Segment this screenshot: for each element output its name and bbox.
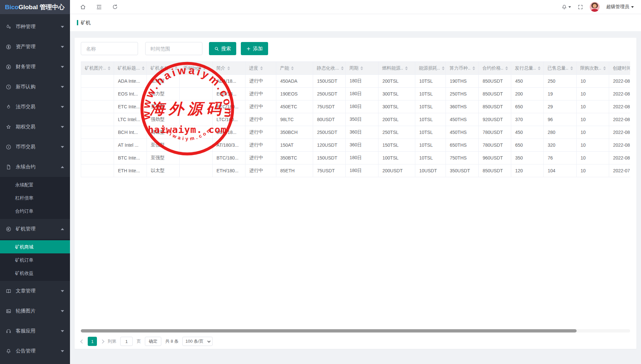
sidebar-item-article-manage[interactable]: 文章管理 <box>0 281 70 301</box>
navbar-right: 超级管理员 <box>561 2 634 12</box>
add-button[interactable]: 添加 <box>241 42 268 55</box>
table-cell: 350BTC <box>276 152 313 164</box>
column-header[interactable]: 币种logo <box>180 62 213 75</box>
notifications-button[interactable] <box>561 4 571 10</box>
table-cell: 850USDT <box>479 88 511 100</box>
next-page-icon[interactable] <box>100 339 104 344</box>
sort-icon[interactable] <box>341 65 344 72</box>
sort-icon[interactable] <box>227 65 230 72</box>
column-header[interactable]: 产能 <box>276 62 313 75</box>
table-cell: 180日 <box>346 100 378 113</box>
table-cell: 2022-07... <box>609 164 630 177</box>
table-cell: 80USDT <box>313 113 346 126</box>
table-row[interactable]: BCH Int...高速型BCH/18...进行中350BCH250USDT36… <box>81 126 630 139</box>
table-cell: 10 <box>577 75 609 88</box>
avatar[interactable] <box>590 2 600 12</box>
home-icon[interactable] <box>80 4 86 10</box>
sidebar-item-coin-trade[interactable]: 币币交易 <box>0 137 70 157</box>
sidebar-item-fiat-trade[interactable]: 法币交易 <box>0 97 70 117</box>
name-filter-input[interactable] <box>81 42 138 55</box>
sidebar-item-label: 币币交易 <box>16 144 61 150</box>
column-header[interactable]: 发行总量.. <box>511 62 544 75</box>
column-header[interactable]: 合约价格.. <box>479 62 511 75</box>
table-row[interactable]: AT Intel ...至强型AT/180/3...进行中150AT120USD… <box>81 139 630 152</box>
sidebar-subitem-杠杆倍率[interactable]: 杠杆倍率 <box>0 191 70 204</box>
sort-icon[interactable] <box>291 65 294 72</box>
sidebar-subitem-矿机商城[interactable]: 矿机商城 <box>0 240 70 253</box>
column-header[interactable]: 矿机标题... <box>114 62 147 75</box>
table-cell <box>180 88 213 100</box>
main-area: 超级管理员 矿机 搜索 <box>70 0 641 364</box>
goto-page-input[interactable] <box>120 337 133 346</box>
sort-icon[interactable] <box>405 65 408 72</box>
table-row[interactable]: EOS Int...动力型EOS/18...进行中190EOS250USDT18… <box>81 88 630 100</box>
sort-icon[interactable] <box>442 65 445 72</box>
date-range-input[interactable] <box>145 42 202 55</box>
refresh-icon[interactable] <box>112 4 118 10</box>
table-cell <box>81 139 114 152</box>
sidebar-subitem-矿机订单[interactable]: 矿机订单 <box>0 253 70 267</box>
sort-icon[interactable] <box>175 65 177 72</box>
sidebar-item-support-app[interactable]: 客服应用 <box>0 321 70 341</box>
table-cell <box>180 164 213 177</box>
table-row[interactable]: ETC Inte...至尊型ETC/180...进行中450ETC75USDT1… <box>81 100 630 113</box>
table-cell: ETC/180... <box>213 100 245 113</box>
sidebar-item-notice-manage[interactable]: 公告管理 <box>0 341 70 361</box>
fullscreen-icon[interactable] <box>578 4 583 10</box>
sidebar-item-finance-manage[interactable]: 财务管理 <box>0 57 70 77</box>
chevron-down-icon <box>61 26 64 28</box>
page-number-button[interactable]: 1 <box>88 337 97 346</box>
column-header[interactable]: 燃料能源.. <box>378 62 415 75</box>
sidebar-item-option-trade[interactable]: 期权交易 <box>0 117 70 137</box>
sort-icon[interactable] <box>603 65 606 72</box>
column-header[interactable]: 矿机图片.. <box>81 62 114 75</box>
table-cell: 进行中 <box>245 88 276 100</box>
column-header[interactable]: 静态化收... <box>313 62 346 75</box>
sidebar-subitem-矿机收益[interactable]: 矿机收益 <box>0 267 70 280</box>
confirm-page-button[interactable]: 确定 <box>145 337 161 346</box>
column-header[interactable]: 算力币种.. <box>446 62 479 75</box>
column-header[interactable]: 矿机名称... <box>147 62 180 75</box>
collapse-menu-icon[interactable] <box>96 4 102 10</box>
column-header[interactable]: 能源损耗.. <box>415 62 446 75</box>
document-icon <box>5 164 12 170</box>
user-menu[interactable]: 超级管理员 <box>606 4 634 10</box>
table-cell: AT/180/3... <box>213 139 245 152</box>
column-header[interactable]: 创建时间... <box>609 62 630 75</box>
sidebar-item-label: 期权交易 <box>16 124 61 130</box>
star-icon <box>5 124 12 130</box>
sort-icon[interactable] <box>472 65 475 72</box>
sidebar-item-perpetual-contract[interactable]: 永续合约 <box>0 157 70 177</box>
sort-icon[interactable] <box>505 65 508 72</box>
column-header[interactable]: 限购次数.. <box>577 62 609 75</box>
sort-icon[interactable] <box>570 65 573 72</box>
table-row[interactable]: ADA Inte...至臻型ADA/18...进行中450ADA150USDT1… <box>81 75 630 88</box>
table-row[interactable]: BTC Inte...至强型BTC/180...进行中350BTC150USDT… <box>81 152 630 164</box>
column-header[interactable]: 简介 <box>213 62 245 75</box>
sort-icon[interactable] <box>142 65 145 72</box>
column-header[interactable]: 已售总量.. <box>544 62 577 75</box>
column-header[interactable]: 进度 <box>245 62 276 75</box>
sidebar-item-coin-manage[interactable]: 币种管理 <box>0 17 70 37</box>
column-header[interactable]: 周期 <box>346 62 378 75</box>
yen-circle-icon <box>5 64 12 70</box>
sort-icon[interactable] <box>538 65 540 72</box>
sort-icon[interactable] <box>360 65 363 72</box>
table-row[interactable]: LTC Intel...强劲型LTC/180...进行中98LTC80USDT3… <box>81 113 630 126</box>
sidebar-item-asset-manage[interactable]: 资产管理 <box>0 37 70 57</box>
sort-icon[interactable] <box>260 65 263 72</box>
sidebar-item-miner-manage[interactable]: 矿机管理 <box>0 219 70 239</box>
horizontal-scrollbar-thumb[interactable] <box>81 329 577 332</box>
prev-page-icon[interactable] <box>80 339 84 344</box>
sidebar-subitem-永续配置[interactable]: 永续配置 <box>0 178 70 191</box>
sidebar-menu: 币种管理资产管理财务管理新币认购法币交易期权交易币币交易永续合约永续配置杠杆倍率… <box>0 14 70 361</box>
sidebar-item-new-coin-subscribe[interactable]: 新币认购 <box>0 77 70 97</box>
table-cell: 10TSL <box>415 113 446 126</box>
page-size-select[interactable]: 100 条/页 <box>182 337 213 346</box>
search-button[interactable]: 搜索 <box>209 42 236 55</box>
sidebar-subitem-合约订单[interactable]: 合约订单 <box>0 204 70 218</box>
table-row[interactable]: ETH Inte...以太型ETH/180...进行中85ETH75USDT18… <box>81 164 630 177</box>
sort-icon[interactable] <box>108 65 110 72</box>
sort-icon[interactable] <box>203 65 206 72</box>
sidebar-item-carousel-images[interactable]: 轮播图片 <box>0 301 70 321</box>
